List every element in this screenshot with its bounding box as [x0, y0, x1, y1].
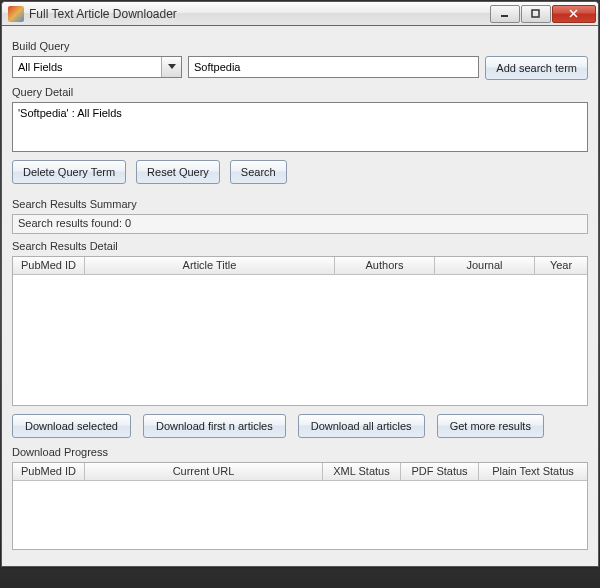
java-app-icon [8, 6, 24, 22]
results-summary-text: Search results found: 0 [12, 214, 588, 234]
maximize-button[interactable] [521, 5, 551, 23]
svg-rect-1 [532, 10, 539, 17]
query-detail-label: Query Detail [12, 86, 588, 98]
minimize-button[interactable] [490, 5, 520, 23]
get-more-results-button[interactable]: Get more results [437, 414, 544, 438]
search-button[interactable]: Search [230, 160, 287, 184]
progress-table: PubMed ID Current URL XML Status PDF Sta… [12, 462, 588, 550]
svg-marker-4 [168, 64, 176, 69]
results-table: PubMed ID Article Title Authors Journal … [12, 256, 588, 406]
results-summary-label: Search Results Summary [12, 198, 588, 210]
download-first-n-button[interactable]: Download first n articles [143, 414, 286, 438]
pcol-pdf-status[interactable]: PDF Status [401, 463, 479, 481]
build-query-label: Build Query [12, 40, 588, 52]
reset-query-button[interactable]: Reset Query [136, 160, 220, 184]
field-select-value: All Fields [18, 61, 63, 73]
pcol-current-url[interactable]: Current URL [85, 463, 323, 481]
dropdown-arrow-icon [161, 57, 181, 77]
progress-table-body[interactable] [13, 481, 587, 549]
col-article-title[interactable]: Article Title [85, 257, 335, 275]
content-area: Build Query All Fields Add search term Q… [2, 26, 598, 566]
app-window: Full Text Article Downloader Build Query… [1, 1, 599, 567]
download-all-button[interactable]: Download all articles [298, 414, 425, 438]
col-journal[interactable]: Journal [435, 257, 535, 275]
titlebar[interactable]: Full Text Article Downloader [2, 2, 598, 26]
results-table-body[interactable] [13, 275, 587, 405]
pcol-xml-status[interactable]: XML Status [323, 463, 401, 481]
search-term-input[interactable] [188, 56, 479, 78]
add-search-term-button[interactable]: Add search term [485, 56, 588, 80]
window-title: Full Text Article Downloader [29, 7, 489, 21]
results-detail-label: Search Results Detail [12, 240, 588, 252]
close-button[interactable] [552, 5, 596, 23]
col-year[interactable]: Year [535, 257, 587, 275]
pcol-pubmed-id[interactable]: PubMed ID [13, 463, 85, 481]
delete-query-term-button[interactable]: Delete Query Term [12, 160, 126, 184]
query-detail-textarea[interactable]: 'Softpedia' : All Fields [12, 102, 588, 152]
pcol-plain-text-status[interactable]: Plain Text Status [479, 463, 587, 481]
download-progress-label: Download Progress [12, 446, 588, 458]
col-authors[interactable]: Authors [335, 257, 435, 275]
download-selected-button[interactable]: Download selected [12, 414, 131, 438]
field-select[interactable]: All Fields [12, 56, 182, 78]
col-pubmed-id[interactable]: PubMed ID [13, 257, 85, 275]
